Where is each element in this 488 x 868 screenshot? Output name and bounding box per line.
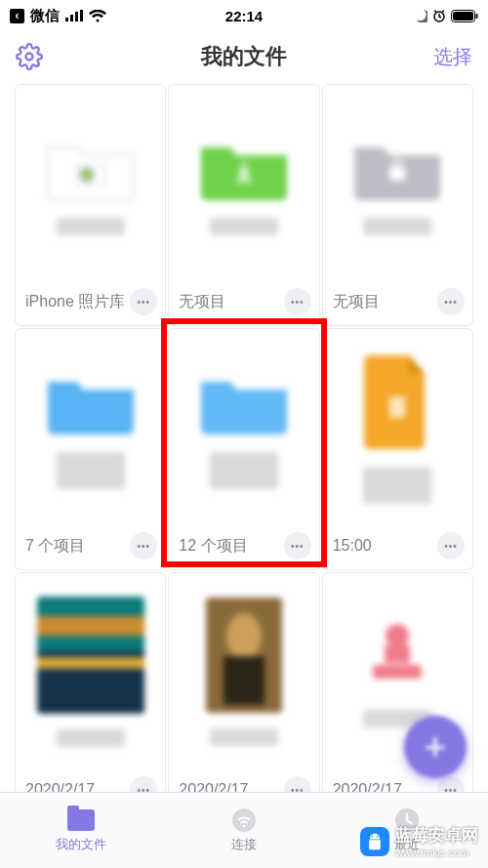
svg-point-10 — [80, 168, 94, 182]
thumbnail — [16, 573, 165, 770]
tab-folder[interactable]: 我的文件 — [0, 793, 163, 868]
svg-point-20 — [386, 624, 409, 647]
svg-rect-19 — [224, 656, 264, 705]
signal-icon — [65, 10, 83, 21]
svg-rect-12 — [389, 396, 405, 418]
battery-icon — [451, 10, 478, 22]
file-cell[interactable]: 15:00 ••• — [322, 328, 473, 570]
tab-bar: 我的文件连接最近 — [0, 792, 488, 868]
file-meta: 15:00 — [333, 537, 372, 555]
tab-label: 我的文件 — [56, 836, 106, 853]
file-name-placeholder — [57, 729, 125, 747]
status-app: 微信 — [30, 7, 60, 25]
svg-point-23 — [232, 808, 256, 832]
wifi-icon — [229, 807, 259, 833]
file-grid: iPhone 照片库 ••• 无项目 ••• 无项目 ••• 7 个项目 ••• — [0, 82, 488, 814]
thumbnail — [323, 85, 472, 282]
more-button[interactable]: ••• — [284, 532, 311, 559]
file-name-placeholder — [57, 218, 125, 235]
clock-icon — [392, 807, 422, 833]
file-name-placeholder — [363, 467, 431, 504]
tab-label: 连接 — [231, 836, 257, 853]
file-name-placeholder — [363, 218, 431, 235]
svg-rect-22 — [373, 665, 422, 679]
svg-rect-11 — [389, 167, 405, 181]
file-cell[interactable]: 2020/2/17 ••• — [322, 572, 473, 814]
file-cell[interactable]: 12 个项目 ••• — [168, 328, 319, 570]
svg-rect-7 — [476, 14, 478, 19]
svg-point-8 — [26, 54, 33, 61]
file-cell[interactable]: 无项目 ••• — [168, 84, 319, 326]
page-title: 我的文件 — [201, 42, 287, 71]
more-button[interactable]: ••• — [130, 532, 157, 559]
svg-rect-21 — [385, 645, 410, 663]
select-button[interactable]: 选择 — [433, 44, 472, 70]
thumbnail — [169, 573, 318, 770]
file-cell[interactable]: 7 个项目 ••• — [15, 328, 166, 570]
file-cell[interactable]: 2020/2/17 ••• — [168, 572, 319, 814]
folder-icon — [66, 807, 96, 833]
svg-rect-2 — [75, 12, 78, 21]
more-button[interactable]: ••• — [437, 288, 465, 315]
file-cell[interactable]: 2020/2/17 ••• — [15, 572, 166, 814]
tab-label: 最近 — [394, 836, 420, 853]
file-cell[interactable]: 无项目 ••• — [322, 84, 473, 326]
tab-wifi[interactable]: 连接 — [163, 793, 326, 868]
tab-clock[interactable]: 最近 — [325, 793, 488, 868]
alarm-icon — [432, 9, 446, 22]
file-cell[interactable]: iPhone 照片库 ••• — [15, 84, 166, 326]
file-name-placeholder — [57, 452, 125, 489]
file-meta: 无项目 — [179, 292, 225, 312]
status-time: 22:14 — [225, 8, 263, 24]
svg-point-18 — [226, 613, 262, 660]
svg-rect-1 — [70, 15, 73, 21]
svg-rect-14 — [37, 616, 144, 636]
file-name-placeholder — [210, 218, 278, 235]
settings-icon[interactable] — [16, 43, 43, 70]
nav-bar: 我的文件 选择 — [0, 31, 488, 82]
file-name-placeholder — [210, 728, 278, 746]
more-button[interactable]: ••• — [130, 288, 157, 315]
add-fab[interactable]: + — [404, 716, 467, 778]
file-meta: iPhone 照片库 — [25, 292, 125, 312]
thumbnail — [169, 329, 318, 526]
more-button[interactable]: ••• — [437, 532, 465, 559]
thumbnail — [169, 85, 318, 282]
more-button[interactable]: ••• — [284, 288, 311, 315]
file-name-placeholder — [210, 452, 278, 489]
file-meta: 无项目 — [333, 292, 380, 312]
file-meta: 7 个项目 — [25, 536, 85, 557]
svg-rect-6 — [453, 12, 473, 21]
wifi-icon — [89, 10, 106, 22]
plus-icon: + — [424, 727, 446, 766]
moon-icon — [414, 9, 427, 22]
svg-rect-0 — [65, 18, 68, 21]
thumbnail — [16, 85, 165, 282]
file-meta: 12 个项目 — [179, 536, 247, 557]
thumbnail — [16, 329, 165, 526]
svg-point-24 — [242, 824, 245, 827]
back-chevron-icon[interactable]: ‹ — [10, 9, 24, 23]
svg-rect-3 — [80, 10, 83, 21]
thumbnail — [323, 329, 472, 526]
status-bar: ‹ 微信 22:14 — [0, 0, 488, 31]
svg-rect-16 — [37, 657, 144, 669]
